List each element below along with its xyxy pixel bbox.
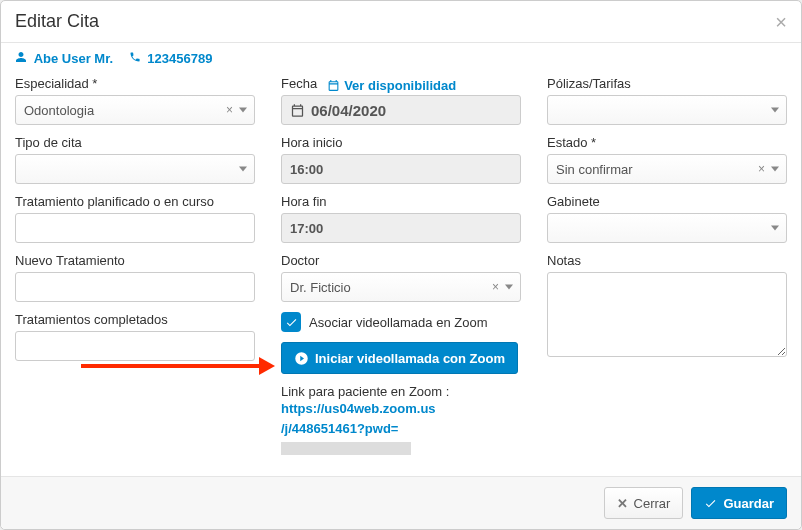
tratamiento-planificado-input[interactable] (15, 213, 255, 243)
tratamientos-completados-label: Tratamientos completados (15, 312, 255, 327)
especialidad-value: Odontologia (24, 103, 94, 118)
calendar-icon (327, 79, 340, 92)
start-zoom-button[interactable]: Iniciar videollamada con Zoom (281, 342, 518, 374)
zoom-patient-link[interactable]: https://us04web.zoom.us /j/448651461?pwd… (281, 399, 521, 458)
modal-title: Editar Cita (15, 11, 99, 32)
polizas-select[interactable] (547, 95, 787, 125)
modal-footer: ✕ Cerrar Guardar (1, 476, 801, 529)
nuevo-tratamiento-input[interactable] (15, 272, 255, 302)
modal-header: Editar Cita × (1, 1, 801, 43)
doctor-label: Doctor (281, 253, 521, 268)
clear-icon[interactable]: × (758, 162, 765, 176)
redacted-segment (281, 442, 411, 455)
hora-inicio-value: 16:00 (290, 162, 323, 177)
edit-appointment-modal: Editar Cita × Abe User Mr. 123456789 Esp… (0, 0, 802, 530)
tratamiento-planificado-label: Tratamiento planificado o en curso (15, 194, 255, 209)
close-icon[interactable]: × (775, 12, 787, 32)
chevron-down-icon (771, 108, 779, 113)
column-middle: Fecha Ver disponibilidad 06/04/2020 (281, 76, 521, 466)
estado-value: Sin confirmar (556, 162, 633, 177)
tratamientos-completados-input[interactable] (15, 331, 255, 361)
fecha-input[interactable]: 06/04/2020 (281, 95, 521, 125)
tipo-cita-label: Tipo de cita (15, 135, 255, 150)
nuevo-tratamiento-label: Nuevo Tratamiento (15, 253, 255, 268)
chevron-down-icon (239, 167, 247, 172)
hora-fin-input[interactable]: 17:00 (281, 213, 521, 243)
gabinete-label: Gabinete (547, 194, 787, 209)
hora-fin-label: Hora fin (281, 194, 521, 209)
chevron-down-icon (771, 167, 779, 172)
chevron-down-icon (505, 285, 513, 290)
fecha-label: Fecha (281, 76, 317, 91)
notas-textarea[interactable] (547, 272, 787, 357)
phone-icon (129, 51, 145, 66)
patient-name-link[interactable]: Abe User Mr. (15, 51, 117, 66)
zoom-link-block: Link para paciente en Zoom : https://us0… (281, 384, 521, 458)
hora-inicio-input[interactable]: 16:00 (281, 154, 521, 184)
hora-fin-value: 17:00 (290, 221, 323, 236)
hora-inicio-label: Hora inicio (281, 135, 521, 150)
calendar-icon (290, 103, 305, 118)
clear-icon[interactable]: × (492, 280, 499, 294)
gabinete-select[interactable] (547, 213, 787, 243)
doctor-value: Dr. Ficticio (290, 280, 351, 295)
chevron-down-icon (239, 108, 247, 113)
zoom-link-label: Link para paciente en Zoom : (281, 384, 449, 399)
zoom-checkbox[interactable] (281, 312, 301, 332)
column-right: Pólizas/Tarifas Estado * Sin confirmar × (547, 76, 787, 466)
estado-label: Estado * (547, 135, 787, 150)
polizas-label: Pólizas/Tarifas (547, 76, 787, 91)
cerrar-button[interactable]: ✕ Cerrar (604, 487, 684, 519)
close-icon: ✕ (617, 496, 628, 511)
estado-select[interactable]: Sin confirmar × (547, 154, 787, 184)
chevron-down-icon (771, 226, 779, 231)
ver-disponibilidad-link[interactable]: Ver disponibilidad (327, 78, 456, 93)
tipo-cita-select[interactable] (15, 154, 255, 184)
patient-bar: Abe User Mr. 123456789 (1, 43, 801, 70)
patient-phone: 123456789 (147, 51, 212, 66)
play-circle-icon (294, 351, 309, 366)
column-left: Especialidad * Odontologia × Tipo de cit… (15, 76, 255, 466)
especialidad-label: Especialidad * (15, 76, 255, 91)
zoom-checkbox-label: Asociar videollamada en Zoom (309, 315, 487, 330)
patient-name: Abe User Mr. (34, 51, 113, 66)
user-icon (15, 51, 31, 66)
especialidad-select[interactable]: Odontologia × (15, 95, 255, 125)
guardar-button[interactable]: Guardar (691, 487, 787, 519)
check-icon (285, 316, 298, 329)
clear-icon[interactable]: × (226, 103, 233, 117)
fecha-value: 06/04/2020 (311, 102, 386, 119)
doctor-select[interactable]: Dr. Ficticio × (281, 272, 521, 302)
notas-label: Notas (547, 253, 787, 268)
patient-phone-link[interactable]: 123456789 (129, 51, 213, 66)
check-icon (704, 497, 717, 510)
